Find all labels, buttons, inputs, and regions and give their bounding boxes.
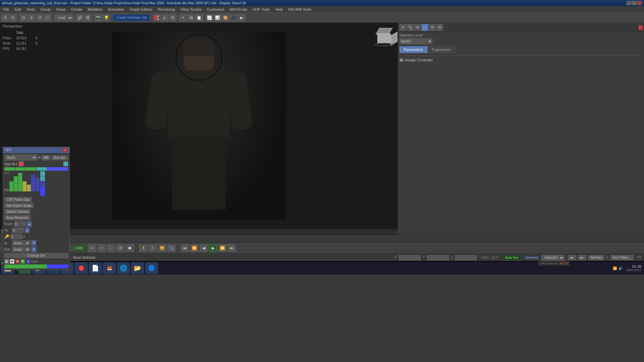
prev-frame-key-btn[interactable]: ⏮	[568, 255, 576, 260]
menu-item-rendering[interactable]: Rendering	[156, 7, 177, 12]
tpt-in-dropdown-arrow[interactable]: ▼	[32, 240, 36, 246]
select-button[interactable]: ⊡	[20, 14, 27, 21]
taskbar-firefox[interactable]: 🦊	[103, 262, 116, 274]
render-button[interactable]: ⬛	[230, 14, 237, 21]
menu-item-udk-tools[interactable]: UDK Tools	[251, 7, 272, 12]
taskbar-unknown3[interactable]: 🔵	[145, 262, 158, 274]
tpt-keys-remover-button[interactable]: Keys Remover	[4, 215, 31, 220]
rp-modify-btn[interactable]: 🔧	[407, 24, 414, 31]
selection-level-down-btn[interactable]: ▼	[427, 38, 432, 44]
pb-frame-num-input[interactable]	[72, 245, 87, 251]
selection-level-input[interactable]	[399, 38, 426, 44]
menu-item-tools[interactable]: Tools	[24, 7, 37, 12]
tpt-bip-dropdown[interactable]: Bip01	[4, 155, 37, 161]
unlink-button[interactable]: ⛓	[84, 14, 92, 21]
lxyz-x-box[interactable]: X	[15, 259, 20, 264]
pb-next-key-btn[interactable]: ⏩	[218, 244, 226, 252]
tpt-out-dropdown-arrow[interactable]: ▼	[32, 247, 36, 252]
next-frame-key-btn[interactable]: ⏭	[578, 255, 586, 260]
taskbar-unknown2[interactable]: 🔴	[75, 262, 88, 274]
tpt-get-import-button[interactable]: Get Import Scale	[4, 203, 34, 208]
percent-snap-button[interactable]: %	[169, 14, 176, 21]
redo-button[interactable]: ↻	[9, 14, 17, 21]
menu-item-customize[interactable]: Customize	[205, 7, 226, 12]
reference-dropdown[interactable]: Local World View	[54, 14, 73, 21]
rp-utilities-btn[interactable]: ⚙	[436, 24, 443, 31]
tpt-close-button[interactable]: ×	[63, 148, 67, 152]
camera-button[interactable]: 📷	[95, 14, 102, 21]
minimize-button[interactable]: −	[627, 1, 631, 5]
rp-display-btn[interactable]: 👁	[429, 24, 436, 31]
menu-item-group[interactable]: Group	[38, 7, 53, 12]
menu-item-modifiers[interactable]: Modifiers	[86, 7, 105, 12]
curve-editor-button[interactable]: 📈	[206, 14, 213, 21]
move-button[interactable]: ✛	[28, 14, 35, 21]
link-button[interactable]: 🔗	[76, 14, 84, 21]
pb-attach-btn[interactable]: 📎	[167, 244, 175, 252]
pb-play-btn[interactable]: ▶	[209, 244, 217, 252]
material-editor-button[interactable]: 🎨	[222, 14, 229, 21]
tpt-out-dropdown[interactable]: linear smooth step	[12, 247, 31, 252]
menu-item-facima-tools[interactable]: FACIMA Tools	[286, 7, 313, 12]
pb-figure-btn[interactable]: 🧍	[139, 244, 147, 252]
angle-snap-button[interactable]: ∠	[161, 14, 168, 21]
tpt-in-dropdown[interactable]: linear smooth step	[12, 240, 31, 246]
tpt-to-spinner[interactable]: ▲	[25, 228, 30, 233]
pb-walk-btn[interactable]: 🚶	[149, 244, 157, 252]
nav-cube[interactable]	[374, 26, 394, 46]
scale-button[interactable]: ⬡	[44, 14, 51, 21]
menu-item-create[interactable]: Create	[69, 7, 84, 12]
tpt-key-input[interactable]	[10, 234, 22, 239]
trajectories-tab[interactable]: Trajectories	[427, 46, 455, 53]
schematic-view-button[interactable]: 📊	[214, 14, 221, 21]
rp-create-btn[interactable]: ✦	[399, 24, 406, 31]
menu-item-edit[interactable]: Edit	[13, 7, 23, 12]
pb-minus-btn[interactable]: -	[107, 244, 115, 252]
assign-controller-expand[interactable]: ▶	[399, 58, 404, 62]
pb-record-btn[interactable]: ⏺	[126, 244, 134, 252]
pb-prev-frame-btn[interactable]: ⏮	[181, 244, 189, 252]
align-button[interactable]: ⊞	[187, 14, 195, 21]
light-button[interactable]: 💡	[103, 14, 110, 21]
tpt-select-camera-button[interactable]: Select Camera	[4, 209, 31, 214]
tpt-mb-button[interactable]: MB	[42, 155, 51, 160]
rotate-button[interactable]: ↺	[36, 14, 43, 21]
layer-manager-button[interactable]: 📋	[196, 14, 203, 21]
menu-item-animation[interactable]: Animation	[106, 7, 126, 12]
z-coord-input[interactable]	[455, 255, 477, 260]
lxyz-l-box[interactable]: L	[4, 259, 9, 264]
rp-motion-btn[interactable]: ▷	[422, 24, 428, 31]
menu-item-views[interactable]: Views	[54, 7, 68, 12]
undo-button[interactable]: ↺	[1, 14, 9, 21]
set-key-btn[interactable]: Set Key	[588, 255, 604, 260]
tpt-change-sel-button[interactable]: Change Sel	[4, 253, 68, 258]
pb-refresh-btn[interactable]: ↺	[116, 244, 124, 252]
key-filters-btn[interactable]: Key Filters...	[610, 255, 634, 260]
pb-next-frame-btn[interactable]: ⏭	[228, 244, 236, 252]
pb-add-layer-btn[interactable]: +	[98, 244, 106, 252]
assign-controller-row[interactable]: ▶ Assign Controller	[399, 57, 643, 63]
tpt-from-spinner[interactable]: ▲	[27, 221, 32, 227]
lxyz-z-box[interactable]: Z	[26, 259, 31, 264]
tpt-title-bar[interactable]: TPT ×	[3, 147, 69, 153]
tpt-cat-paste-button[interactable]: CAT Paste Opp	[4, 197, 32, 202]
lxyz-w-box[interactable]: W	[10, 259, 14, 264]
tpt-box-sel-button[interactable]: Box Sel.	[52, 155, 68, 160]
assign-controller-label[interactable]: Assign Controller	[405, 58, 433, 62]
taskbar-chrome[interactable]: 🌐	[117, 262, 130, 274]
pb-prev-key-btn[interactable]: ⏪	[190, 244, 198, 252]
parameters-tab[interactable]: Parameters	[399, 46, 427, 53]
quick-render-button[interactable]: ▶	[238, 14, 246, 21]
timeline-scrollbar[interactable]	[18, 232, 397, 236]
rp-hierarchy-btn[interactable]: ⊕	[414, 24, 421, 31]
pb-play-reverse-btn[interactable]: ◀	[200, 244, 208, 252]
auto-key-toggle[interactable]: Auto Key	[503, 255, 521, 260]
create-selection-set-button[interactable]: Create Selection Set	[113, 14, 150, 21]
lxyz-y-box[interactable]: Y	[20, 259, 25, 264]
x-coord-input[interactable]	[399, 255, 421, 260]
tpt-all-color[interactable]	[63, 162, 68, 166]
maximize-button[interactable]: □	[632, 1, 637, 5]
mirror-button[interactable]: ⫩	[179, 14, 187, 21]
autokey-dropdown[interactable]: Selected All	[541, 255, 565, 261]
tpt-opp-color[interactable]	[19, 162, 23, 166]
